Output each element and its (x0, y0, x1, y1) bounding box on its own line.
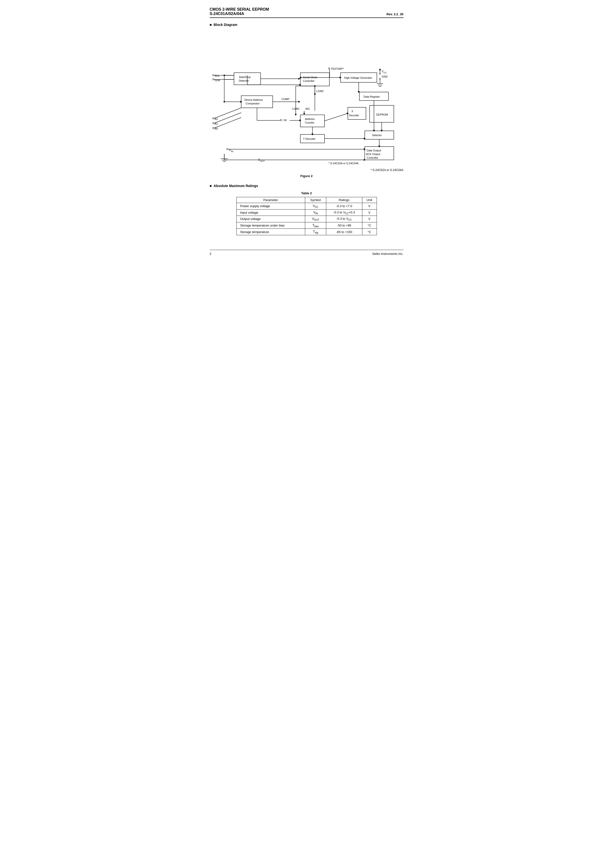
data-output-label2: ACK Output (366, 153, 380, 155)
doc-title2: S-24C01A/02A/04A (210, 12, 269, 16)
svg-point-87 (224, 101, 225, 102)
abs-max-section-title: Absolute Maximum Ratings (210, 184, 404, 188)
table-row: Storage temperature under bias Tbias -50… (236, 222, 377, 229)
svg-line-63 (325, 113, 348, 121)
param-power-supply: Power supply voltage (236, 203, 305, 209)
svg-rect-4 (213, 74, 214, 76)
param-input-voltage: Input voltage (236, 209, 305, 216)
block-diagram-section-title: Block Diagram (210, 23, 404, 26)
unit-tbias: °C (362, 222, 377, 229)
param-storage-temp: Storage temperature (236, 229, 305, 235)
start-stop-label1: Start/Stop (239, 76, 251, 79)
company-name: Seiko Instruments Inc. (372, 252, 404, 256)
table-row: Storage temperature Tstg -65 to +150 °C (236, 229, 377, 235)
block-diagram: SCL SDA Start/Stop Detector Serial Clock… (210, 30, 408, 166)
svg-rect-74 (227, 149, 228, 150)
svg-rect-6 (213, 79, 214, 80)
svg-line-52 (214, 118, 241, 128)
gnd-label: GND (382, 75, 388, 78)
svg-marker-21 (379, 68, 381, 70)
data-register-label: Data Register (364, 95, 380, 98)
rating-vout: -0.3 to VCC (326, 216, 362, 222)
load-label-top: LOAD (316, 90, 324, 93)
block-diagram-note: * S-24C02A or S-24C04A (210, 168, 404, 172)
table-caption: Table 2 (210, 191, 404, 195)
x-decoder-label1: X (351, 110, 353, 113)
scl-label: SCL (215, 74, 220, 77)
hvg-label: High-Voltage Generator (344, 76, 372, 79)
revision: Rev. 2.2_30 (387, 12, 404, 16)
svg-rect-51 (213, 127, 214, 129)
table-header-row: Parameter Symbol Ratings Unit (236, 197, 377, 203)
inc-label: INC (305, 107, 310, 110)
unit-vout: V (362, 216, 377, 222)
symbol-vout: VOUT (305, 216, 326, 222)
data-output-label1: Data Output (367, 149, 381, 152)
page-header: CMOS 2-WIRE SERIAL EEPROM S-24C01A/02A/0… (210, 7, 404, 18)
svg-marker-40 (299, 101, 300, 103)
svg-rect-47 (213, 118, 214, 119)
svg-marker-44 (295, 114, 297, 116)
eeprom-label: EEPROM (376, 113, 388, 116)
doc-title1: CMOS 2-WIRE SERIAL EEPROM (210, 7, 269, 12)
symbol-vcc: VCC (305, 203, 326, 209)
symbol-tstg: Tstg (305, 229, 326, 235)
vcc-label: VCC (382, 70, 387, 74)
symbol-vin: VIN (305, 209, 326, 216)
param-storage-bias: Storage temperature under bias (236, 222, 305, 229)
svg-line-48 (214, 108, 241, 118)
table-row: Input voltage VIN -0.3 to VCC+0.3 V (236, 209, 377, 216)
page-number: 2 (210, 252, 211, 256)
comp-label: COMP (282, 98, 289, 101)
page-footer: 2 Seiko Instruments Inc. (210, 250, 404, 256)
svg-rect-22 (379, 78, 381, 79)
col-ratings: Ratings (326, 197, 362, 203)
unit-tstg: °C (362, 229, 377, 235)
rating-vcc: -0.3 to +7.0 (326, 203, 362, 209)
rating-tbias: -50 to +95 (326, 222, 362, 229)
svg-rect-49 (213, 122, 214, 124)
header-left: CMOS 2-WIRE SERIAL EEPROM S-24C01A/02A/0… (210, 7, 269, 16)
param-output-voltage: Output voltage (236, 216, 305, 222)
table-row: Output voltage VOUT -0.3 to VCC V (236, 216, 377, 222)
serial-clock-label1: Serial Clock (303, 76, 317, 79)
selector-label: Selector (372, 134, 382, 136)
svg-marker-42 (303, 113, 305, 115)
address-counter-label1: Address (305, 118, 315, 120)
svg-marker-10 (299, 78, 300, 80)
col-symbol: Symbol (305, 197, 326, 203)
dac-label1: Device Address (245, 98, 263, 101)
unit-vin: V (362, 209, 377, 216)
note-text: * S-24C02A or S-24C04A (328, 162, 359, 165)
svg-point-88 (224, 74, 225, 76)
col-unit: Unit (362, 197, 377, 203)
svg-point-86 (314, 85, 316, 87)
y-decoder-label: Y Decoder (303, 137, 316, 140)
sda-label: SDA (215, 79, 220, 82)
col-parameter: Parameter (236, 197, 305, 203)
rw-label: R / W (280, 119, 287, 122)
ratings-table: Parameter Symbol Ratings Unit Power supp… (236, 197, 377, 235)
svg-rect-33 (241, 96, 273, 108)
dout-label: DOUT (258, 158, 265, 162)
x-decoder-label2: Decoder (349, 114, 359, 117)
table-row: Power supply voltage VCC -0.3 to +7.0 V (236, 203, 377, 209)
unit-vcc: V (362, 203, 377, 209)
svg-rect-62 (348, 107, 366, 119)
data-output-label3: Controller (367, 156, 378, 159)
rating-vin: -0.3 to VCC+0.3 (326, 209, 362, 216)
symbol-tbias: Tbias (305, 222, 326, 229)
svg-rect-53 (300, 115, 325, 127)
svg-rect-19 (379, 73, 381, 74)
serial-clock-label2: Controller (303, 79, 314, 82)
dac-label2: Comparator (246, 102, 260, 105)
svg-line-50 (214, 113, 241, 123)
figure-caption: Figure 2 (210, 174, 404, 178)
address-counter-label2: Counter (305, 121, 314, 124)
test-wp-label: TEST/WP* (331, 67, 344, 70)
rating-tstg: -65 to +150 (326, 229, 362, 235)
